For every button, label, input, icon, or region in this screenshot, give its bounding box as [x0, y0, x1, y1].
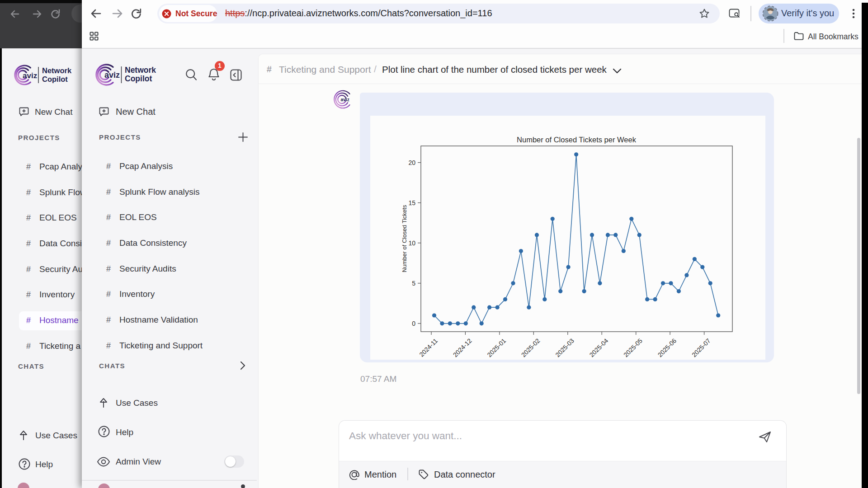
svg-text:Network: Network [42, 66, 72, 75]
svg-text:2025-05: 2025-05 [622, 337, 644, 359]
svg-text:10: 10 [408, 239, 415, 247]
svg-text:2024-12: 2024-12 [452, 337, 473, 359]
svg-text:Number of Closed Tickets per W: Number of Closed Tickets per Week [517, 136, 637, 144]
svg-text:15: 15 [408, 199, 415, 206]
svg-text:2025-07: 2025-07 [690, 337, 712, 359]
svg-text:Copilot: Copilot [125, 74, 152, 83]
svg-text:aviz: aviz [104, 70, 120, 80]
svg-text:Network: Network [125, 66, 156, 75]
svg-text:aviz: aviz [341, 97, 349, 102]
svg-text:2025-04: 2025-04 [588, 337, 610, 359]
svg-text:2025-03: 2025-03 [554, 337, 576, 359]
svg-text:Number of Closed Tickets: Number of Closed Tickets [401, 205, 408, 272]
svg-text:5: 5 [412, 280, 415, 287]
svg-text:2025-06: 2025-06 [656, 337, 678, 359]
svg-text:2025-01: 2025-01 [486, 337, 507, 359]
svg-text:Copilot: Copilot [42, 75, 68, 83]
svg-text:2025-02: 2025-02 [520, 337, 542, 359]
svg-text:aviz: aviz [23, 71, 37, 80]
svg-text:0: 0 [412, 320, 415, 327]
svg-text:2024-11: 2024-11 [418, 337, 439, 358]
svg-text:20: 20 [408, 159, 415, 166]
